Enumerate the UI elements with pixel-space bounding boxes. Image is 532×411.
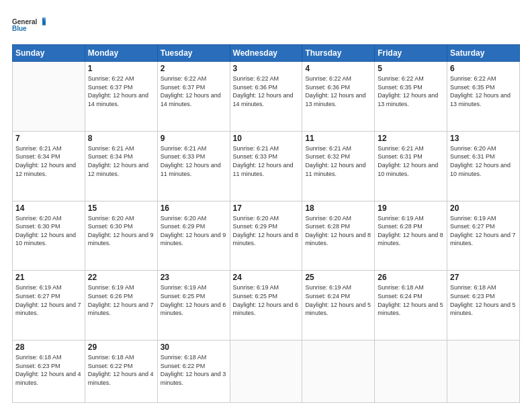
day-number: 19 xyxy=(378,203,444,213)
day-info: Sunrise: 6:21 AM Sunset: 6:31 PM Dayligh… xyxy=(378,144,444,178)
calendar-cell: 17Sunrise: 6:20 AM Sunset: 6:29 PM Dayli… xyxy=(230,201,302,271)
calendar-cell: 26Sunrise: 6:18 AM Sunset: 6:24 PM Dayli… xyxy=(375,271,447,340)
day-info: Sunrise: 6:22 AM Sunset: 6:36 PM Dayligh… xyxy=(233,75,300,108)
calendar-cell: 19Sunrise: 6:19 AM Sunset: 6:28 PM Dayli… xyxy=(375,201,447,271)
calendar-cell: 21Sunrise: 6:19 AM Sunset: 6:27 PM Dayli… xyxy=(13,271,85,340)
calendar-week-4: 21Sunrise: 6:19 AM Sunset: 6:27 PM Dayli… xyxy=(13,271,520,340)
calendar-cell: 6Sunrise: 6:22 AM Sunset: 6:35 PM Daylig… xyxy=(447,62,520,132)
calendar-cell: 16Sunrise: 6:20 AM Sunset: 6:29 PM Dayli… xyxy=(157,201,230,271)
day-number: 6 xyxy=(450,64,517,73)
day-number: 16 xyxy=(161,203,227,213)
svg-text:Blue: Blue xyxy=(12,25,27,32)
day-info: Sunrise: 6:20 AM Sunset: 6:31 PM Dayligh… xyxy=(450,144,517,178)
calendar-cell: 27Sunrise: 6:18 AM Sunset: 6:23 PM Dayli… xyxy=(447,271,520,340)
day-number: 18 xyxy=(305,203,371,213)
svg-text:General: General xyxy=(12,18,37,26)
day-info: Sunrise: 6:20 AM Sunset: 6:29 PM Dayligh… xyxy=(161,214,227,248)
col-header-thursday: Thursday xyxy=(302,45,375,62)
day-info: Sunrise: 6:19 AM Sunset: 6:28 PM Dayligh… xyxy=(378,214,444,248)
day-number: 11 xyxy=(305,134,371,143)
calendar-cell: 28Sunrise: 6:18 AM Sunset: 6:23 PM Dayli… xyxy=(13,340,85,403)
col-header-sunday: Sunday xyxy=(13,45,85,62)
col-header-friday: Friday xyxy=(375,45,447,62)
day-info: Sunrise: 6:18 AM Sunset: 6:22 PM Dayligh… xyxy=(88,353,154,387)
calendar-cell: 3Sunrise: 6:22 AM Sunset: 6:36 PM Daylig… xyxy=(230,62,302,132)
day-number: 3 xyxy=(233,64,300,73)
calendar-cell: 25Sunrise: 6:19 AM Sunset: 6:24 PM Dayli… xyxy=(302,271,375,340)
calendar-cell xyxy=(375,340,447,403)
day-number: 22 xyxy=(88,273,154,282)
calendar-cell: 11Sunrise: 6:21 AM Sunset: 6:32 PM Dayli… xyxy=(302,131,375,201)
day-number: 13 xyxy=(450,134,517,143)
day-number: 20 xyxy=(450,203,517,213)
calendar-cell: 10Sunrise: 6:21 AM Sunset: 6:33 PM Dayli… xyxy=(230,131,302,201)
day-info: Sunrise: 6:21 AM Sunset: 6:33 PM Dayligh… xyxy=(233,144,300,178)
day-number: 23 xyxy=(161,273,227,282)
day-number: 25 xyxy=(305,273,371,282)
day-info: Sunrise: 6:21 AM Sunset: 6:33 PM Dayligh… xyxy=(161,144,227,178)
col-header-monday: Monday xyxy=(85,45,157,62)
calendar-cell: 23Sunrise: 6:19 AM Sunset: 6:25 PM Dayli… xyxy=(157,271,230,340)
day-info: Sunrise: 6:19 AM Sunset: 6:25 PM Dayligh… xyxy=(161,283,227,317)
calendar-cell: 29Sunrise: 6:18 AM Sunset: 6:22 PM Dayli… xyxy=(85,340,157,403)
day-info: Sunrise: 6:22 AM Sunset: 6:35 PM Dayligh… xyxy=(450,75,517,108)
calendar-table: SundayMondayTuesdayWednesdayThursdayFrid… xyxy=(12,44,520,403)
day-info: Sunrise: 6:22 AM Sunset: 6:35 PM Dayligh… xyxy=(378,75,444,108)
day-number: 10 xyxy=(233,134,300,143)
calendar-cell xyxy=(13,62,85,132)
calendar-week-1: 1Sunrise: 6:22 AM Sunset: 6:37 PM Daylig… xyxy=(13,62,520,132)
day-info: Sunrise: 6:19 AM Sunset: 6:26 PM Dayligh… xyxy=(88,283,154,317)
day-info: Sunrise: 6:20 AM Sunset: 6:30 PM Dayligh… xyxy=(88,214,154,248)
calendar-cell: 2Sunrise: 6:22 AM Sunset: 6:37 PM Daylig… xyxy=(157,62,230,132)
day-number: 30 xyxy=(161,342,227,352)
calendar-cell: 7Sunrise: 6:21 AM Sunset: 6:34 PM Daylig… xyxy=(13,131,85,201)
calendar-week-5: 28Sunrise: 6:18 AM Sunset: 6:23 PM Dayli… xyxy=(13,340,520,403)
day-info: Sunrise: 6:22 AM Sunset: 6:37 PM Dayligh… xyxy=(161,75,227,108)
calendar-cell: 12Sunrise: 6:21 AM Sunset: 6:31 PM Dayli… xyxy=(375,131,447,201)
calendar-cell: 18Sunrise: 6:20 AM Sunset: 6:28 PM Dayli… xyxy=(302,201,375,271)
calendar-cell xyxy=(447,340,520,403)
calendar-cell: 1Sunrise: 6:22 AM Sunset: 6:37 PM Daylig… xyxy=(85,62,157,132)
day-number: 7 xyxy=(15,134,82,143)
calendar-header-row: SundayMondayTuesdayWednesdayThursdayFrid… xyxy=(13,45,520,62)
day-number: 17 xyxy=(233,203,300,213)
day-number: 9 xyxy=(161,134,227,143)
day-number: 27 xyxy=(450,273,517,282)
day-info: Sunrise: 6:18 AM Sunset: 6:23 PM Dayligh… xyxy=(450,283,517,317)
day-info: Sunrise: 6:20 AM Sunset: 6:30 PM Dayligh… xyxy=(15,214,82,248)
day-info: Sunrise: 6:20 AM Sunset: 6:28 PM Dayligh… xyxy=(305,214,371,248)
header: General Blue xyxy=(12,12,520,38)
col-header-wednesday: Wednesday xyxy=(230,45,302,62)
day-info: Sunrise: 6:21 AM Sunset: 6:34 PM Dayligh… xyxy=(15,144,82,178)
day-number: 21 xyxy=(15,273,82,282)
day-info: Sunrise: 6:18 AM Sunset: 6:24 PM Dayligh… xyxy=(378,283,444,317)
day-number: 28 xyxy=(15,342,82,352)
day-info: Sunrise: 6:18 AM Sunset: 6:22 PM Dayligh… xyxy=(161,353,227,387)
calendar-cell: 8Sunrise: 6:21 AM Sunset: 6:34 PM Daylig… xyxy=(85,131,157,201)
page: General Blue SundayMondayTuesdayWednesda… xyxy=(0,0,532,411)
day-number: 14 xyxy=(15,203,82,213)
day-info: Sunrise: 6:19 AM Sunset: 6:27 PM Dayligh… xyxy=(15,283,82,317)
calendar-week-2: 7Sunrise: 6:21 AM Sunset: 6:34 PM Daylig… xyxy=(13,131,520,201)
calendar-cell xyxy=(302,340,375,403)
day-number: 12 xyxy=(378,134,444,143)
day-info: Sunrise: 6:21 AM Sunset: 6:34 PM Dayligh… xyxy=(88,144,154,178)
day-info: Sunrise: 6:22 AM Sunset: 6:36 PM Dayligh… xyxy=(305,75,371,108)
day-info: Sunrise: 6:22 AM Sunset: 6:37 PM Dayligh… xyxy=(88,75,154,108)
day-number: 8 xyxy=(88,134,154,143)
day-info: Sunrise: 6:21 AM Sunset: 6:32 PM Dayligh… xyxy=(305,144,371,178)
calendar-cell: 4Sunrise: 6:22 AM Sunset: 6:36 PM Daylig… xyxy=(302,62,375,132)
day-info: Sunrise: 6:18 AM Sunset: 6:23 PM Dayligh… xyxy=(15,353,82,387)
calendar-cell: 13Sunrise: 6:20 AM Sunset: 6:31 PM Dayli… xyxy=(447,131,520,201)
calendar-cell: 30Sunrise: 6:18 AM Sunset: 6:22 PM Dayli… xyxy=(157,340,230,403)
col-header-saturday: Saturday xyxy=(447,45,520,62)
day-number: 2 xyxy=(161,64,227,73)
day-info: Sunrise: 6:20 AM Sunset: 6:29 PM Dayligh… xyxy=(233,214,300,248)
day-number: 29 xyxy=(88,342,154,352)
day-info: Sunrise: 6:19 AM Sunset: 6:25 PM Dayligh… xyxy=(233,283,300,317)
day-number: 1 xyxy=(88,64,154,73)
day-number: 26 xyxy=(378,273,444,282)
day-number: 24 xyxy=(233,273,300,282)
day-info: Sunrise: 6:19 AM Sunset: 6:27 PM Dayligh… xyxy=(450,214,517,248)
calendar-cell: 22Sunrise: 6:19 AM Sunset: 6:26 PM Dayli… xyxy=(85,271,157,340)
